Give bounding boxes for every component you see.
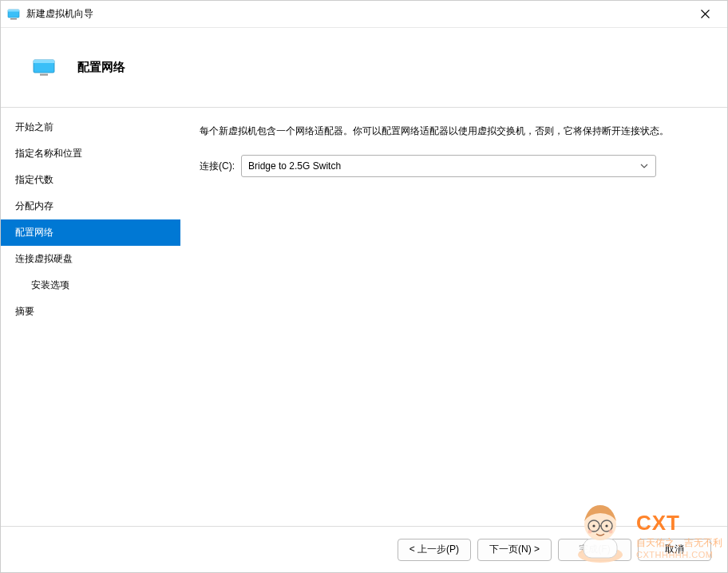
close-icon — [701, 10, 710, 18]
content-description: 每个新虚拟机包含一个网络适配器。你可以配置网络适配器以使用虚拟交换机，否则，它将… — [200, 124, 708, 139]
sidebar-item-7[interactable]: 摘要 — [1, 298, 180, 325]
close-button[interactable] — [689, 3, 721, 26]
wizard-window: 新建虚拟机向导 配置网络 开始之前指定名称和位置指定代数分配内存配置网络连接虚拟… — [0, 0, 728, 573]
svg-rect-5 — [40, 73, 48, 75]
sidebar-item-1[interactable]: 指定名称和位置 — [1, 140, 180, 167]
connection-select-wrap: Bridge to 2.5G Switch — [241, 155, 656, 177]
sidebar-item-5[interactable]: 连接虚拟硬盘 — [1, 246, 180, 272]
monitor-icon — [33, 59, 55, 77]
svg-rect-4 — [34, 60, 54, 63]
sidebar-item-0[interactable]: 开始之前 — [1, 114, 180, 140]
page-title: 配置网络 — [77, 60, 125, 75]
wizard-footer: < 上一步(P) 下一页(N) > 完成(F) 取消 — [1, 526, 727, 572]
svg-rect-2 — [10, 18, 17, 20]
back-button[interactable]: < 上一步(P) — [398, 539, 471, 561]
sidebar-item-2[interactable]: 指定代数 — [1, 167, 180, 193]
chevron-down-icon — [639, 161, 649, 171]
sidebar-item-6[interactable]: 安装选项 — [1, 272, 180, 298]
next-button[interactable]: 下一页(N) > — [477, 539, 552, 561]
cancel-button[interactable]: 取消 — [638, 539, 711, 561]
titlebar: 新建虚拟机向导 — [1, 1, 727, 28]
connection-value: Bridge to 2.5G Switch — [248, 160, 341, 172]
wizard-body: 开始之前指定名称和位置指定代数分配内存配置网络连接虚拟硬盘安装选项摘要 每个新虚… — [1, 108, 727, 526]
wizard-sidebar: 开始之前指定名称和位置指定代数分配内存配置网络连接虚拟硬盘安装选项摘要 — [1, 108, 180, 526]
connection-label: 连接(C): — [200, 160, 235, 173]
window-icon — [7, 8, 20, 21]
wizard-content: 每个新虚拟机包含一个网络适配器。你可以配置网络适配器以使用虚拟交换机，否则，它将… — [180, 108, 727, 526]
wizard-header: 配置网络 — [1, 28, 727, 108]
connection-select[interactable]: Bridge to 2.5G Switch — [241, 155, 656, 177]
connection-row: 连接(C): Bridge to 2.5G Switch — [200, 155, 708, 177]
finish-button[interactable]: 完成(F) — [558, 539, 631, 561]
svg-rect-1 — [8, 10, 19, 12]
sidebar-item-3[interactable]: 分配内存 — [1, 193, 180, 219]
sidebar-item-4[interactable]: 配置网络 — [1, 219, 180, 246]
window-title: 新建虚拟机向导 — [26, 7, 689, 21]
